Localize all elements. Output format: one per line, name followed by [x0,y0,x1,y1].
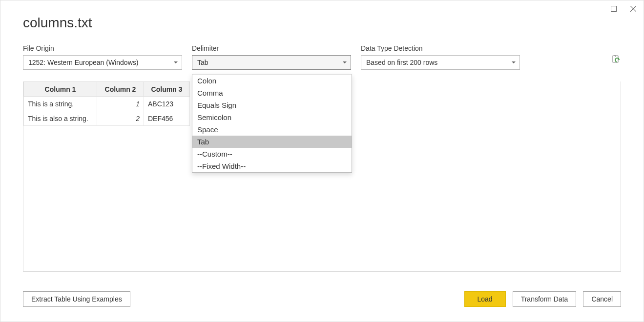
extract-table-button[interactable]: Extract Table Using Examples [23,291,130,307]
close-button[interactable] [629,4,638,13]
svg-rect-0 [611,6,617,12]
delimiter-option[interactable]: Equals Sign [192,99,352,111]
column-header[interactable]: Column 2 [97,82,144,97]
table-cell: This is a string. [24,97,97,111]
delimiter-select[interactable]: Tab [192,55,351,70]
table-row[interactable]: This is also a string.2DEF456 [24,111,190,126]
table-cell: 2 [97,111,144,126]
table-cell: This is also a string. [24,111,97,126]
delimiter-option[interactable]: Comma [192,87,352,99]
table-cell: 1 [97,97,144,111]
dialog-title: columns.txt [0,0,644,31]
delimiter-option[interactable]: Tab [192,136,352,148]
file-origin-select[interactable]: 1252: Western European (Windows) [23,55,182,70]
delimiter-label: Delimiter [192,44,351,52]
maximize-button[interactable] [609,4,618,13]
load-button[interactable]: Load [464,291,506,307]
file-origin-label: File Origin [23,44,182,52]
transform-data-button[interactable]: Transform Data [513,291,577,307]
table-cell: ABC123 [144,97,190,111]
chevron-down-icon [343,61,347,63]
table-cell: DEF456 [144,111,190,126]
detection-value: Based on first 200 rows [366,59,437,66]
delimiter-option[interactable]: --Fixed Width-- [192,160,352,172]
delimiter-option[interactable]: Colon [192,75,352,87]
table-row[interactable]: This is a string.1ABC123 [24,97,190,111]
column-header[interactable]: Column 3 [144,82,190,97]
chevron-down-icon [174,61,178,63]
detection-label: Data Type Detection [361,44,520,52]
delimiter-option[interactable]: Space [192,123,352,136]
delimiter-option[interactable]: Semicolon [192,111,352,123]
column-header[interactable]: Column 1 [24,82,97,97]
delimiter-option[interactable]: --Custom-- [192,148,352,160]
refresh-button[interactable] [611,55,621,67]
preview-table: Column 1Column 2Column 3 This is a strin… [23,81,190,126]
chevron-down-icon [512,61,516,63]
delimiter-value: Tab [197,59,208,66]
delimiter-dropdown[interactable]: ColonCommaEquals SignSemicolonSpaceTab--… [192,74,352,173]
file-origin-value: 1252: Western European (Windows) [28,59,138,66]
data-type-detection-select[interactable]: Based on first 200 rows [361,55,520,70]
cancel-button[interactable]: Cancel [583,291,621,307]
